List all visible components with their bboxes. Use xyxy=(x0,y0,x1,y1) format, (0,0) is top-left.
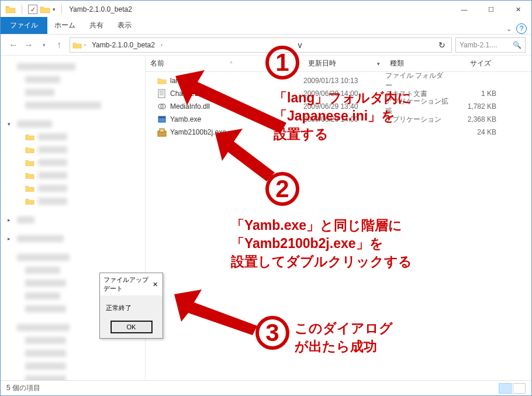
explorer-window: ✓ ▾ Yamb-2.1.0.0_beta2 — ☐ ✕ ファイル ホーム 共有… xyxy=(0,0,532,396)
tree-item[interactable] xyxy=(3,182,143,195)
ok-button[interactable]: OK xyxy=(110,321,153,333)
file-date: 2009/06/29 13:40 xyxy=(303,102,385,111)
dialog-close-button[interactable]: ✕ xyxy=(152,281,159,288)
tree-item[interactable] xyxy=(3,195,143,208)
tree-item[interactable]: ▸ xyxy=(3,232,143,245)
breadcrumb[interactable]: › Yamb-2.1.0.0_beta2 › v ↻ xyxy=(70,37,452,53)
file-type: アプリケーション拡張 xyxy=(385,97,450,116)
breadcrumb-segment[interactable]: Yamb-2.1.0.0_beta2 xyxy=(88,40,158,50)
file-name: MediaInfo.dll xyxy=(170,102,210,111)
text-file-icon xyxy=(157,89,167,98)
ribbon-tab-file[interactable]: ファイル xyxy=(1,17,47,34)
column-date[interactable]: 更新日時▾ xyxy=(303,56,385,71)
tree-item[interactable]: ▸ xyxy=(3,214,143,226)
tree-item[interactable] xyxy=(3,60,143,73)
status-count: 5 個の項目 xyxy=(6,383,40,393)
file-row[interactable]: ChangeLog 2009/06/29 14:00 テキスト文書 1 KB xyxy=(146,87,531,100)
minimize-button[interactable]: — xyxy=(451,1,478,18)
folder-icon xyxy=(72,41,82,49)
tree-item[interactable] xyxy=(3,86,143,99)
dialog-title: ファイルアップデート xyxy=(103,276,152,293)
file-size: 1,782 KB xyxy=(450,102,496,111)
content-area: ▾ ▸ ▸ Yamb-2.1.0.0_beta2 xyxy=(1,56,531,380)
search-icon: 🔍 xyxy=(513,41,521,49)
file-size: 1 KB xyxy=(450,89,496,98)
file-view: 名前＾ 更新日時▾ 種類 サイズ lang 2009/01/13 10:13 フ… xyxy=(146,56,531,380)
refresh-button[interactable]: ↻ xyxy=(435,40,449,50)
tree-item[interactable] xyxy=(3,143,143,156)
column-name[interactable]: 名前＾ xyxy=(146,56,303,71)
file-list[interactable]: lang 2009/01/13 10:13 ファイル フォルダー ChangeL… xyxy=(146,72,531,380)
file-size: 24 KB xyxy=(450,128,496,136)
dialog-titlebar[interactable]: ファイルアップデート ✕ xyxy=(100,273,163,295)
tree-item[interactable] xyxy=(3,130,143,143)
file-row[interactable]: Yamb2100b2j.exe 24 KB xyxy=(146,126,531,139)
view-thumbnails-button[interactable] xyxy=(513,383,526,394)
tree-item[interactable] xyxy=(3,347,143,360)
ribbon-tab-home[interactable]: ホーム xyxy=(47,17,82,34)
maximize-button[interactable]: ☐ xyxy=(478,1,505,18)
view-details-button[interactable] xyxy=(499,383,512,394)
svg-rect-0 xyxy=(158,89,165,98)
file-name: ChangeLog xyxy=(170,89,206,98)
window-title: Yamb-2.1.0.0_beta2 xyxy=(69,5,132,13)
file-date: 2009/06/29 14:00 xyxy=(303,115,385,123)
tree-item[interactable] xyxy=(3,169,143,182)
column-headers: 名前＾ 更新日時▾ 種類 サイズ xyxy=(146,56,531,72)
file-row[interactable]: lang 2009/01/13 10:13 ファイル フォルダー xyxy=(146,74,531,87)
file-name: lang xyxy=(170,77,184,85)
dll-icon xyxy=(157,102,167,111)
ribbon-tab-share[interactable]: 共有 xyxy=(82,17,110,34)
file-row[interactable]: MediaInfo.dll 2009/06/29 13:40 アプリケーション拡… xyxy=(146,100,531,113)
history-dropdown[interactable]: ▾ xyxy=(37,38,51,52)
file-name: Yamb2100b2j.exe xyxy=(170,128,226,136)
statusbar: 5 個の項目 xyxy=(1,380,531,395)
close-button[interactable]: ✕ xyxy=(505,1,531,18)
up-button[interactable]: ↑ xyxy=(52,38,66,52)
tree-item[interactable] xyxy=(3,99,143,112)
tree-item[interactable] xyxy=(3,73,143,86)
qat-checkbox-icon[interactable]: ✓ xyxy=(28,5,37,14)
help-icon[interactable]: ? xyxy=(516,23,527,34)
folder-icon xyxy=(5,5,16,13)
svg-rect-7 xyxy=(158,116,165,118)
file-size: 2,368 KB xyxy=(450,115,496,123)
quick-access-toolbar: ✓ ▾ xyxy=(5,5,65,14)
search-input[interactable]: Yamb-2.1.... 🔍 xyxy=(455,37,526,53)
column-type[interactable]: 種類 xyxy=(385,56,450,71)
folder-icon xyxy=(157,76,167,85)
breadcrumb-dropdown[interactable]: v xyxy=(294,40,305,50)
ribbon-tab-view[interactable]: 表示 xyxy=(110,17,139,34)
back-button[interactable]: ← xyxy=(6,38,20,52)
file-type: アプリケーション xyxy=(385,115,450,125)
search-placeholder: Yamb-2.1.... xyxy=(460,41,497,49)
file-row[interactable]: Yamb.exe 2009/06/29 14:00 アプリケーション 2,368… xyxy=(146,113,531,126)
column-size[interactable]: サイズ xyxy=(450,56,496,71)
forward-button[interactable]: → xyxy=(22,38,36,52)
ribbon: ファイル ホーム 共有 表示 ⌄ ? xyxy=(1,18,531,35)
file-name: Yamb.exe xyxy=(170,115,201,123)
file-date: 2009/01/13 10:13 xyxy=(303,77,385,85)
titlebar: ✓ ▾ Yamb-2.1.0.0_beta2 — ☐ ✕ xyxy=(1,1,531,18)
installer-icon xyxy=(157,128,167,137)
dialog-message: 正常終了 xyxy=(100,295,163,316)
svg-rect-9 xyxy=(160,129,164,132)
qat-dropdown-icon[interactable]: ▾ xyxy=(53,6,56,12)
tree-item[interactable] xyxy=(3,156,143,169)
folder-icon xyxy=(40,5,50,13)
navigation-bar: ← → ▾ ↑ › Yamb-2.1.0.0_beta2 › v ↻ Yamb-… xyxy=(1,35,531,56)
update-dialog: ファイルアップデート ✕ 正常終了 OK xyxy=(99,273,163,339)
exe-icon xyxy=(157,115,167,124)
chevron-right-icon[interactable]: › xyxy=(158,42,165,48)
tree-item[interactable]: ▾ xyxy=(3,118,143,130)
window-controls: — ☐ ✕ xyxy=(451,1,531,18)
chevron-right-icon[interactable]: › xyxy=(82,42,88,48)
separator xyxy=(61,5,62,14)
tree-item[interactable] xyxy=(3,251,143,264)
tree-item[interactable] xyxy=(3,360,143,373)
file-date: 2009/06/29 14:00 xyxy=(303,89,385,98)
sort-indicator-icon: ＾ xyxy=(229,60,234,67)
ribbon-expand-icon[interactable]: ⌄ xyxy=(506,25,512,33)
tree-item[interactable] xyxy=(3,373,143,380)
file-type: ファイル フォルダー xyxy=(385,71,450,91)
